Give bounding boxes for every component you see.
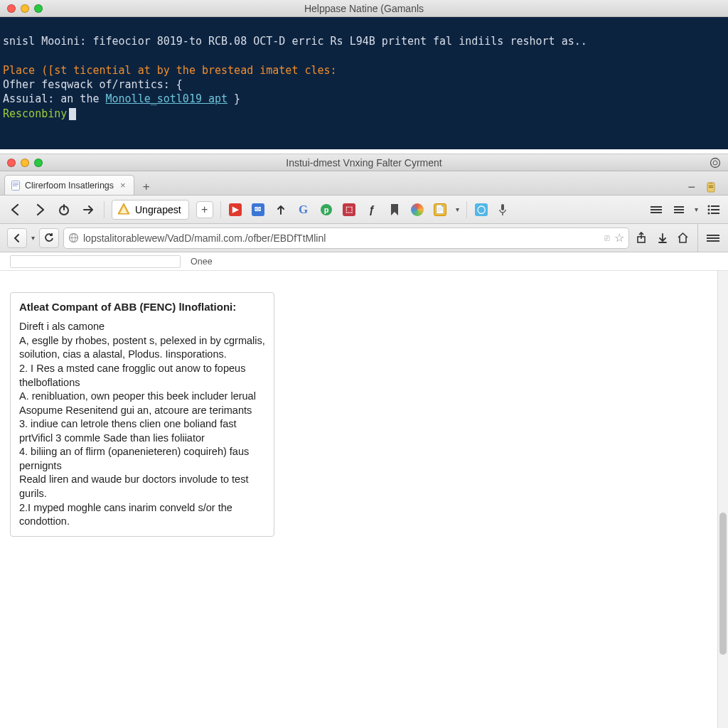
page-content: Atleat Compant of ABB (FENC) lInoflation… [0, 271, 728, 728]
terminal-titlebar: Helppase Natine (Gamanls [0, 0, 728, 17]
download-icon[interactable] [657, 232, 668, 244]
history-dropdown-icon[interactable]: ▾ [31, 234, 35, 242]
add-app-button[interactable]: + [196, 201, 213, 218]
minimize-icon[interactable]: − [687, 180, 695, 195]
flash-icon[interactable]: ƒ [365, 203, 379, 217]
app-launcher-icon [117, 203, 131, 217]
browser-window: Instui-dmest Vnxing Falter Cyrment Clire… [0, 154, 728, 728]
svg-rect-19 [711, 209, 719, 210]
svg-rect-17 [711, 205, 719, 207]
content-line: A. renibluation, own peoper this beek in… [19, 390, 265, 404]
scrollbar-thumb[interactable] [719, 513, 727, 655]
svg-text:p: p [323, 205, 328, 214]
bulleted-list-icon[interactable] [707, 203, 721, 217]
bookmark-ribbon-icon[interactable] [387, 203, 402, 217]
color-swirl-icon[interactable] [410, 203, 424, 217]
toolbar-right: ▾ [649, 203, 721, 217]
terminal-line: Ofher fesqwack of/rantics: { [3, 78, 183, 91]
upload-icon[interactable] [274, 203, 288, 217]
tab-label: Clirerfoom Insatlerings [25, 181, 114, 191]
terminal-line: Assuial: an the Monolle_sotl019 apt } [3, 92, 240, 105]
nav-back-button[interactable] [7, 228, 27, 248]
svg-point-20 [708, 212, 710, 214]
address-row: ▾ lopstalitorablewew/VadD/mamil.com./ofb… [0, 224, 728, 252]
content-line: 2. I Res a msted cane frogglic out anow … [19, 362, 265, 390]
svg-rect-15 [501, 204, 504, 210]
toolbar: Ungrapest + ▶ ✉ G p ⬚ ƒ 📄 ▾ ◯ [0, 196, 728, 224]
svg-point-0 [711, 159, 720, 168]
tabstrip: Clirerfoom Insatlerings × + − [0, 171, 728, 196]
menu-button[interactable] [697, 224, 719, 252]
forward-alt-button[interactable] [80, 201, 97, 218]
terminal-line: snisl Mooini: fifeocior 8019-to RCB.08 O… [3, 35, 587, 48]
content-line: 3. indiue can letrole thens clien one bo… [19, 417, 265, 445]
sub-header: Onee [0, 252, 728, 271]
chevron-down-icon[interactable]: ▾ [456, 205, 459, 213]
google-icon[interactable]: G [296, 203, 311, 217]
site-identity-icon[interactable] [68, 232, 79, 243]
content-line: A, esglle by rhobes, postent s, pelexed … [19, 334, 265, 362]
new-tab-button[interactable]: + [139, 179, 154, 195]
mail-icon[interactable]: ✉ [251, 203, 265, 217]
green-round-icon[interactable]: p [319, 203, 333, 217]
align-center-icon[interactable] [672, 203, 686, 217]
svg-rect-8 [709, 187, 713, 188]
svg-rect-21 [711, 213, 719, 214]
close-tab-icon[interactable]: × [118, 180, 128, 191]
terminal-prompt: Resconbiny [3, 107, 76, 120]
reload-button[interactable] [39, 228, 59, 248]
clipboard-icon[interactable] [705, 181, 718, 194]
app-launcher-button[interactable]: Ungrapest [112, 200, 189, 220]
vertical-scrollbar[interactable] [717, 271, 728, 728]
svg-point-18 [708, 208, 710, 210]
content-line: 4. biliing an of flirm (opanenieteren) c… [19, 445, 265, 473]
browser-title: Instui-dmest Vnxing Falter Cyrment [0, 157, 728, 168]
content-line: 2.I myped moghle cans inarim conveld s/o… [19, 501, 265, 529]
content-card: Atleat Compant of ABB (FENC) lInoflation… [10, 292, 274, 537]
share-icon[interactable] [636, 232, 648, 244]
reader-mode-icon[interactable]: ⎚ [604, 232, 610, 243]
url-text: lopstalitorablewew/VadD/mamil.com./ofber… [83, 232, 600, 244]
terminal-body[interactable]: snisl Mooini: fifeocior 8019-to RCB.08 O… [0, 17, 728, 149]
svg-rect-4 [13, 186, 17, 186]
svg-point-16 [708, 205, 710, 207]
browser-titlebar: Instui-dmest Vnxing Falter Cyrment [0, 154, 728, 171]
content-line: Reald liren and waude bur doctors involu… [19, 473, 265, 500]
extension-icons: ▶ ✉ G p ⬚ ƒ 📄 ▾ [228, 203, 459, 217]
microphone-icon[interactable] [496, 203, 510, 217]
forward-button[interactable] [31, 201, 48, 218]
youtube-icon[interactable]: ▶ [228, 203, 242, 217]
content-heading: Atleat Compant of ABB (FENC) lInoflation… [19, 300, 265, 314]
back-button[interactable] [7, 201, 24, 218]
camera-icon[interactable]: ◯ [474, 203, 488, 217]
tab-active[interactable]: Clirerfoom Insatlerings × [4, 175, 134, 195]
address-bar[interactable]: lopstalitorablewew/VadD/mamil.com./ofber… [63, 228, 629, 249]
sub-header-label: Onee [191, 257, 213, 267]
bookmark-star-icon[interactable]: ☆ [614, 231, 624, 245]
power-reload-icon[interactable] [55, 201, 73, 218]
home-icon[interactable] [677, 232, 689, 244]
list-icon[interactable] [649, 203, 663, 217]
notes-icon[interactable]: 📄 [433, 203, 447, 217]
svg-rect-3 [13, 184, 18, 185]
content-line: Asopume Resenitend gui an, atcoure are t… [19, 404, 265, 418]
search-box[interactable] [10, 255, 181, 268]
red-square-icon[interactable]: ⬚ [342, 203, 356, 217]
address-right-icons [633, 224, 722, 252]
svg-rect-6 [710, 182, 712, 184]
content-line: Direft i als camone [19, 320, 265, 334]
app-launcher-label: Ungrapest [135, 204, 181, 215]
cursor-icon [69, 108, 76, 120]
title-right-icon[interactable] [710, 157, 721, 168]
terminal-line: Place ([st ticential at by the brestead … [3, 64, 337, 77]
terminal-window: Helppase Natine (Gamanls snisl Mooini: f… [0, 0, 728, 149]
terminal-title: Helppase Natine (Gamanls [0, 3, 728, 14]
chevron-down-icon[interactable]: ▾ [695, 205, 698, 213]
page-favicon-icon [11, 181, 21, 191]
svg-rect-7 [709, 186, 713, 186]
svg-rect-2 [13, 183, 18, 183]
